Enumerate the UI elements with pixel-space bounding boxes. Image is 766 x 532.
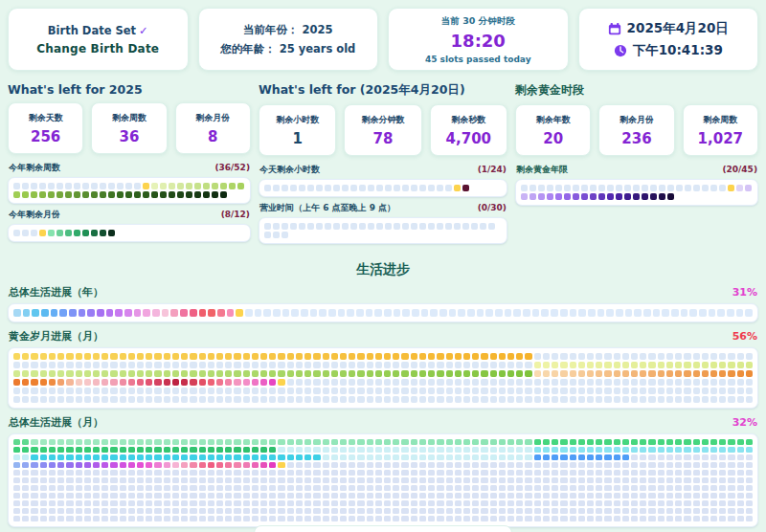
time-square — [745, 185, 752, 191]
time-square — [349, 470, 355, 476]
time-square — [225, 500, 232, 506]
time-square — [658, 477, 665, 483]
time-square — [162, 309, 169, 317]
time-square — [347, 309, 354, 317]
time-square — [323, 439, 329, 445]
time-square — [446, 454, 453, 460]
time-square — [278, 370, 284, 377]
time-square — [76, 439, 82, 445]
time-square — [307, 185, 314, 191]
time-square — [411, 500, 417, 506]
time-square — [516, 508, 523, 514]
time-square — [287, 485, 294, 491]
time-square — [22, 362, 29, 368]
weeks-grid — [8, 177, 251, 204]
time-square — [684, 396, 690, 403]
birth-date-card: Birth Date Set✓ Change Birth Date — [8, 8, 189, 71]
time-square — [490, 353, 497, 360]
time-square — [115, 309, 123, 317]
time-square — [208, 447, 214, 453]
time-square — [719, 185, 726, 191]
time-square — [560, 470, 567, 476]
time-square — [675, 470, 682, 476]
time-square — [172, 477, 179, 483]
time-square — [481, 447, 487, 453]
time-square — [419, 508, 426, 514]
time-square — [243, 396, 250, 403]
time-square — [481, 388, 487, 394]
time-square — [278, 379, 284, 386]
time-square — [304, 362, 311, 368]
time-square — [22, 396, 29, 403]
time-square — [516, 447, 523, 453]
check-icon: ✓ — [139, 24, 148, 37]
time-square — [110, 370, 117, 377]
time-square — [225, 362, 232, 368]
time-square — [393, 508, 399, 514]
time-square — [13, 353, 20, 360]
time-square — [437, 477, 443, 483]
time-square — [154, 516, 161, 521]
time-square — [587, 477, 594, 483]
time-square — [437, 462, 443, 468]
time-square — [598, 185, 605, 191]
time-square — [693, 185, 700, 191]
time-square — [137, 477, 144, 483]
time-square — [590, 185, 597, 191]
time-square — [463, 447, 470, 453]
time-square — [340, 353, 347, 360]
time-square — [101, 477, 108, 483]
time-square — [419, 462, 426, 468]
time-square — [728, 362, 734, 368]
time-square — [31, 379, 37, 386]
time-square — [684, 470, 690, 476]
time-square — [357, 477, 364, 483]
time-square — [728, 379, 734, 386]
time-square — [40, 477, 47, 483]
time-square — [650, 185, 657, 191]
time-square — [146, 353, 152, 360]
time-square — [693, 362, 700, 368]
time-square — [587, 439, 594, 445]
time-square — [13, 508, 20, 514]
months-grid-count: (8/12) — [221, 210, 250, 219]
time-square — [216, 477, 223, 483]
time-square — [737, 447, 744, 453]
time-square — [357, 362, 364, 368]
time-square — [367, 353, 373, 360]
time-square — [208, 439, 214, 445]
time-square — [653, 309, 661, 317]
time-square — [260, 362, 267, 368]
time-square — [393, 362, 399, 368]
time-square — [570, 396, 576, 403]
time-square — [631, 500, 638, 506]
time-square — [349, 500, 355, 506]
time-square — [194, 183, 201, 189]
time-square — [525, 470, 531, 476]
time-square — [199, 370, 206, 377]
time-square — [727, 309, 734, 317]
time-square — [394, 185, 400, 191]
time-square — [525, 485, 531, 491]
time-square — [437, 500, 443, 506]
time-square — [737, 379, 744, 386]
time-square — [287, 439, 294, 445]
time-square — [648, 447, 655, 453]
time-square — [234, 508, 240, 514]
time-square — [675, 500, 682, 506]
time-square — [216, 462, 223, 468]
time-square — [287, 500, 294, 506]
time-square — [93, 388, 100, 394]
stat-label: 剩余天数 — [29, 112, 63, 124]
stat-label: 剩余秒数 — [451, 114, 485, 126]
change-birth-date-button[interactable]: Change Birth Date — [36, 42, 159, 55]
time-square — [552, 500, 558, 506]
time-square — [154, 388, 161, 394]
time-square — [746, 462, 753, 468]
time-square — [587, 462, 594, 468]
time-square — [49, 500, 56, 506]
time-square — [269, 493, 276, 499]
time-square — [31, 454, 37, 460]
time-square — [439, 309, 447, 317]
time-square — [22, 447, 29, 453]
